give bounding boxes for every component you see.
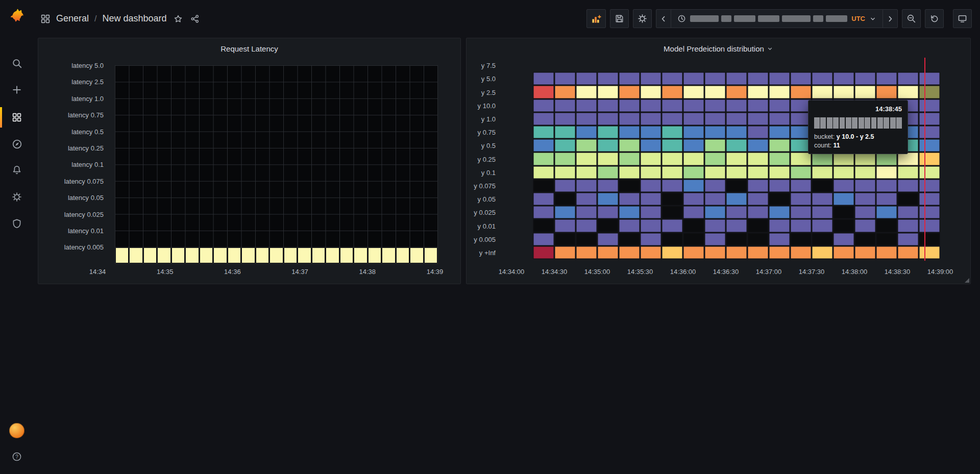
user-avatar-button[interactable] [7, 420, 27, 441]
chevron-right-icon [886, 15, 894, 23]
x-axis-label: 14:35:30 [627, 268, 653, 276]
timezone-label: UTC [851, 15, 865, 22]
x-axis-label: 14:38 [359, 268, 376, 276]
help-icon: ? [12, 452, 22, 462]
x-axis-label: 14:36:00 [670, 268, 696, 276]
crosshair-line [924, 58, 925, 261]
share-button[interactable] [189, 13, 201, 24]
tooltip-count-value: 11 [834, 142, 840, 149]
add-panel-icon [591, 14, 601, 24]
x-axis-label: 14:38:30 [885, 268, 911, 276]
tooltip-bucket-row: bucket: y 10.0 - y 2.5 [814, 133, 902, 140]
svg-text:?: ? [15, 454, 18, 460]
x-axis-label: 14:34 [89, 268, 106, 276]
x-axis-label: 14:34:00 [499, 268, 525, 276]
grid-icon [12, 112, 22, 122]
x-axis-label: 14:37:30 [799, 268, 825, 276]
grafana-flame-icon [8, 6, 26, 24]
x-axis-label: 14:37 [291, 268, 308, 276]
compass-icon [12, 139, 22, 149]
x-axis-label: 14:35 [157, 268, 174, 276]
search-icon [12, 58, 22, 69]
tooltip-histogram-bar [871, 117, 877, 129]
x-axis-label: 14:37:00 [756, 268, 782, 276]
tooltip-histogram-bar [877, 117, 883, 129]
tooltip-histogram-bar [827, 117, 832, 129]
clock-icon [677, 14, 686, 23]
time-range-redacted-text [690, 15, 847, 22]
bell-icon [12, 165, 22, 175]
tooltip-histogram [814, 117, 902, 129]
time-range-controls: UTC [656, 9, 898, 28]
latency-x-axis: 14:3414:3514:3614:3714:3814:39 [38, 38, 460, 284]
breadcrumb: General / New dashboard [40, 13, 201, 24]
sidebar-item-server-admin[interactable] [7, 213, 27, 234]
time-range-picker[interactable]: UTC [671, 9, 883, 28]
tooltip-histogram-bar [820, 117, 826, 129]
sidebar: ? [0, 0, 34, 474]
favorite-button[interactable] [173, 13, 184, 24]
sidebar-item-create[interactable] [7, 80, 27, 100]
active-nav-indicator [0, 107, 2, 128]
share-icon [190, 14, 200, 23]
tooltip-histogram-bar [859, 117, 864, 129]
x-axis-label: 14:39:00 [927, 268, 953, 276]
tooltip-histogram-bar [833, 117, 839, 129]
user-avatar [9, 423, 24, 438]
sidebar-item-explore[interactable] [7, 134, 27, 154]
sidebar-item-configuration[interactable] [7, 187, 27, 207]
tooltip-bucket-value: y 10.0 - y 2.5 [837, 133, 874, 140]
x-axis-label: 14:35:00 [584, 268, 610, 276]
cycle-view-mode-button[interactable] [953, 9, 972, 28]
tooltip-bucket-label: bucket: [814, 133, 835, 140]
tooltip-count-label: count: [814, 142, 831, 149]
grafana-logo[interactable] [7, 5, 27, 26]
tooltip-count-row: count: 11 [814, 142, 902, 149]
zoom-out-icon [906, 14, 916, 23]
refresh-icon [930, 14, 939, 23]
panel-prediction-distribution: Model Predeiction distribution y 7.5y 5.… [466, 38, 971, 284]
x-axis-label: 14:36 [224, 268, 241, 276]
time-range-back-button[interactable] [656, 9, 671, 28]
breadcrumb-folder[interactable]: General [56, 13, 89, 24]
x-axis-label: 14:38:00 [842, 268, 868, 276]
chevron-left-icon [659, 15, 668, 23]
panel-request-latency: Request Latency latency 5.0latency 2.5la… [38, 38, 461, 284]
grafana-dashboard: { "colors": { "background": "#111217", "… [0, 0, 980, 474]
plus-icon [12, 85, 22, 95]
x-axis-label: 14:36:30 [713, 268, 739, 276]
tooltip-histogram-bar [840, 117, 845, 129]
breadcrumb-separator: / [94, 14, 96, 23]
zoom-out-button[interactable] [902, 9, 921, 28]
tooltip-histogram-bar [865, 117, 870, 129]
tooltip-histogram-bar [884, 117, 889, 129]
tooltip-histogram-bar [846, 117, 851, 129]
apps-grid-icon [40, 14, 51, 24]
tooltip-timestamp: 14:38:45 [814, 105, 902, 113]
sidebar-item-dashboards[interactable] [7, 107, 27, 128]
x-axis-label: 14:39 [427, 268, 444, 276]
save-icon [615, 14, 624, 23]
star-icon [174, 14, 183, 23]
heatmap-tooltip: 14:38:45 bucket: y 10.0 - y 2.5 count: 1… [808, 100, 908, 154]
sidebar-item-search[interactable] [7, 53, 27, 73]
save-dashboard-button[interactable] [610, 9, 629, 28]
dashboard-toolbar: UTC [586, 9, 972, 28]
sidebar-item-alerting[interactable] [7, 160, 27, 180]
tooltip-histogram-bar [896, 117, 902, 129]
gear-icon [638, 14, 647, 23]
x-axis-label: 14:34:30 [542, 268, 568, 276]
time-range-forward-button[interactable] [883, 9, 898, 28]
caret-down-icon [869, 15, 876, 22]
dashboard-settings-button[interactable] [633, 9, 652, 28]
add-panel-button[interactable] [586, 9, 606, 28]
sidebar-item-help[interactable]: ? [7, 446, 27, 467]
top-navigation-bar: General / New dashboard [34, 0, 980, 37]
tooltip-histogram-bar [890, 117, 896, 129]
refresh-button[interactable] [925, 9, 944, 28]
prediction-x-axis: 14:34:0014:34:3014:35:0014:35:3014:36:00… [467, 38, 970, 284]
shield-icon [12, 218, 22, 229]
panel-resize-handle[interactable] [965, 278, 969, 283]
gear-icon [12, 192, 22, 202]
breadcrumb-dashboard-title[interactable]: New dashboard [103, 13, 167, 24]
